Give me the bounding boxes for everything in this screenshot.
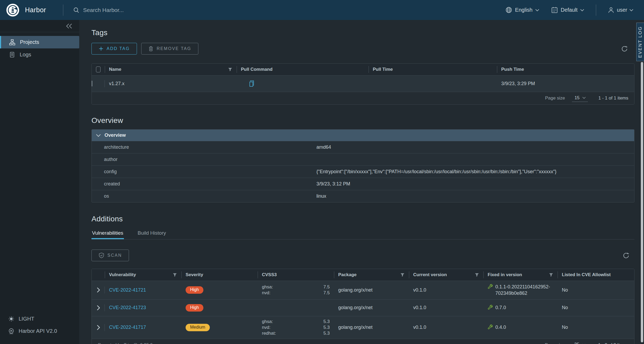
brand-title: Harbor <box>25 6 46 14</box>
page-size-select[interactable]: 25 <box>572 341 588 344</box>
column-header-pull-command[interactable]: Pull Command <box>237 64 369 75</box>
user-label: user <box>617 7 627 13</box>
column-header-current-version[interactable]: Current version <box>409 269 483 281</box>
language-label: English <box>515 7 533 13</box>
cvss-score: 5.3 <box>314 319 330 324</box>
datetime-format-menu[interactable]: Default <box>551 6 584 14</box>
sidebar-item-projects[interactable]: Projects <box>0 36 79 48</box>
column-header-package[interactable]: Package <box>334 269 409 281</box>
pull-time-cell <box>369 81 497 86</box>
cve-link[interactable]: CVE-2022-41723 <box>109 305 146 310</box>
tags-toolbar: ADD TAG REMOVE TAG <box>91 43 634 55</box>
current-version-cell: v0.1.0 <box>409 322 483 333</box>
chevron-right-icon[interactable] <box>97 287 100 293</box>
filter-icon[interactable] <box>400 273 405 277</box>
current-version-cell: v0.1.0 <box>409 302 483 313</box>
document-lines-icon <box>9 52 15 58</box>
column-header-severity[interactable]: Severity <box>181 269 258 281</box>
tab-vulnerabilities[interactable]: Vulnerabilities <box>91 229 124 239</box>
tags-table-header: Name Pull Command Pull Time Push Time <box>92 64 634 76</box>
overview-row: created 3/9/23, 3:12 PM <box>92 178 634 190</box>
vulnerabilities-pagination: Page size 25 <box>545 341 588 344</box>
cvss-score: 7.5 <box>314 290 330 296</box>
package-cell: golang.org/x/net <box>334 322 409 333</box>
caret-down-icon <box>96 134 101 137</box>
refresh-vulnerabilities-button[interactable] <box>622 252 630 259</box>
overview-panel-header[interactable]: Overview <box>92 130 634 141</box>
overview-value: {"Entrypoint":["/bin/xxxxx"],"Env":["PAT… <box>316 169 634 175</box>
navbar-divider <box>596 5 596 16</box>
overview-value: 3/9/23, 3:12 PM <box>316 181 634 187</box>
sidebar-item-logs[interactable]: Logs <box>0 48 79 61</box>
filter-icon[interactable] <box>549 273 553 277</box>
add-tag-button[interactable]: ADD TAG <box>91 43 137 55</box>
collapse-sidebar-icon[interactable] <box>66 23 72 29</box>
harbor-logo[interactable] <box>6 4 19 16</box>
harbor-api-link[interactable]: Harbor API V2.0 <box>0 325 79 337</box>
wrench-icon <box>488 284 493 290</box>
search-icon <box>73 7 80 14</box>
overview-section: Overview Overview architecture amd64 aut… <box>91 116 634 202</box>
cvss-source: ghsa: <box>262 284 312 290</box>
severity-badge: Medium <box>186 324 210 331</box>
package-cell: golang.org/x/net <box>334 285 409 296</box>
globe-icon <box>505 6 512 14</box>
overview-key: author <box>92 157 316 162</box>
allowlist-cell: No <box>558 302 634 313</box>
filter-icon[interactable] <box>475 273 479 277</box>
sidebar-item-label: Projects <box>20 39 39 45</box>
top-navbar: Harbor English <box>0 0 644 20</box>
scan-button[interactable]: SCAN <box>91 250 129 261</box>
overview-value: amd64 <box>316 144 634 150</box>
row-checkbox[interactable] <box>92 81 92 86</box>
remove-tag-button[interactable]: REMOVE TAG <box>141 43 198 55</box>
remove-tag-label: REMOVE TAG <box>157 46 191 51</box>
filter-icon[interactable] <box>173 273 177 277</box>
navbar-divider <box>63 5 63 16</box>
tab-build-history[interactable]: Build History <box>137 229 167 239</box>
overview-key: architecture <box>92 144 316 150</box>
cvss-score: 7.5 <box>314 284 330 290</box>
column-header-cve-allowlist[interactable]: Listed In CVE Allowlist <box>558 269 634 281</box>
refresh-tags-button[interactable] <box>621 45 628 52</box>
page-size-label: Page size <box>545 96 565 101</box>
event-log-tab[interactable]: EVENT LOG <box>636 23 644 61</box>
cvss-source: ghsa: <box>262 319 312 324</box>
page-size-select[interactable]: 15 <box>572 95 588 102</box>
navbar-right: English Default <box>505 0 644 20</box>
add-tag-label: ADD TAG <box>107 46 130 51</box>
column-header-push-time[interactable]: Push Time <box>497 64 634 75</box>
search-input[interactable] <box>83 7 221 13</box>
column-header-name[interactable]: Name <box>105 64 237 75</box>
theme-toggle-light[interactable]: LIGHT <box>0 313 79 325</box>
sidebar-nav: Projects Logs <box>0 36 79 61</box>
language-menu[interactable]: English <box>505 6 539 14</box>
column-header-pull-time[interactable]: Pull Time <box>369 64 497 75</box>
user-menu[interactable]: user <box>607 6 633 14</box>
overview-row: architecture amd64 <box>92 141 634 153</box>
push-time-cell: 3/9/23, 3:29 PM <box>497 78 634 89</box>
chevron-right-icon[interactable] <box>97 325 100 330</box>
event-log-label: EVENT LOG <box>638 26 643 58</box>
sidebar: Projects Logs LIGHT <box>0 20 79 344</box>
overview-key: config <box>92 169 316 175</box>
cve-link[interactable]: CVE-2022-41721 <box>109 287 146 293</box>
row-select-cell <box>92 78 105 89</box>
fixed-version-cell: 0.7.0 <box>488 304 553 311</box>
cve-link[interactable]: CVE-2022-41717 <box>109 325 146 330</box>
vertical-scrollbar[interactable] <box>641 62 643 342</box>
column-header-fixed-in-version[interactable]: Fixed in version <box>483 269 558 281</box>
chevron-right-icon[interactable] <box>97 305 100 310</box>
column-header-cvss3[interactable]: CVSS3 <box>258 269 334 281</box>
column-header-vulnerability[interactable]: Vulnerability <box>105 269 181 281</box>
flowchart-icon <box>9 39 15 45</box>
fixed-version-cell: 0.4.0 <box>488 324 553 330</box>
cvss-source: nvd: <box>262 290 312 296</box>
additions-tabs: Vulnerabilities Build History <box>91 229 634 239</box>
filter-icon[interactable] <box>228 67 232 72</box>
select-all-checkbox[interactable] <box>96 67 101 72</box>
lighthouse-icon <box>7 5 18 15</box>
vulnerability-row: CVE-2022-41721 High ghsa: 7.5 nvd: 7.5 g… <box>92 281 634 300</box>
tags-section: Tags ADD TAG REMOVE TAG <box>91 28 634 105</box>
copy-icon[interactable] <box>248 80 255 88</box>
